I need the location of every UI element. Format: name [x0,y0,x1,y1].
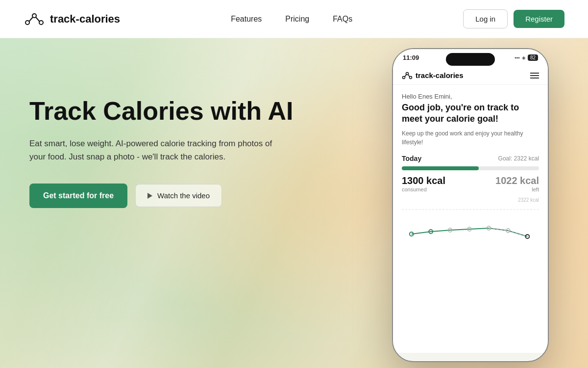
phone-mockup: 11:09 ▪▪▪ ◈ 82 [392,48,549,362]
watch-video-button[interactable]: Watch the video [135,184,222,207]
svg-point-1 [32,14,36,18]
phone-frame: 11:09 ▪▪▪ ◈ 82 [392,48,549,362]
login-button[interactable]: Log in [463,9,508,28]
hero-title: Track Calories with AI [29,97,293,125]
hero-text: Track Calories with AI Eat smart, lose w… [29,78,293,208]
greeting-sub: Keep up the good work and enjoy your hea… [402,129,539,147]
register-button[interactable]: Register [514,10,564,28]
hero-subtitle: Eat smart, lose weight. AI-powered calor… [29,137,284,163]
phone-notch [446,53,495,66]
cta-button[interactable]: Get started for free [29,184,127,208]
hamburger-line-3 [530,78,539,79]
nav-actions: Log in Register [463,9,564,28]
left-label: left [495,186,539,192]
logo-text: track-calories [50,13,120,26]
left-value: 1022 kcal [495,175,539,186]
app-chart: 2322 kcal [393,192,548,246]
greeting-main: Good job, you're on track to meet your c… [402,102,539,125]
app-logo: track-calories [402,71,464,79]
logo[interactable]: track-calories [24,12,120,26]
app-greeting: Hello Enes Emini, Good job, you're on tr… [393,85,548,147]
watch-video-label: Watch the video [157,191,210,200]
consumed-label: consumed [402,186,445,192]
nav-faqs[interactable]: FAQs [333,15,352,24]
calories-header: Today Goal: 2322 kcal [402,155,539,162]
play-icon [147,193,152,199]
status-icons: ▪▪▪ ◈ 82 [514,54,538,61]
app-name: track-calories [416,71,464,79]
phone-body: track-calories Hello Enes Emini, Good jo… [393,64,548,353]
hero-section: Track Calories with AI Eat smart, lose w… [0,38,588,368]
goal-label: Goal: 2322 kcal [498,155,539,162]
app-header: track-calories [393,64,548,85]
battery-badge: 82 [528,54,538,61]
calories-numbers: 1300 kcal consumed 1022 kcal left [402,175,539,192]
hamburger-menu[interactable] [530,73,539,79]
today-label: Today [402,155,421,162]
progress-bar [402,166,539,170]
wifi-icon: ◈ [522,55,526,60]
hamburger-line-1 [530,73,539,74]
signal-icon: ▪▪▪ [514,55,520,60]
hero-buttons: Get started for free Watch the video [29,184,293,208]
nav-links: Features Pricing FAQs [231,15,352,24]
app-logo-icon [402,72,413,79]
chart-svg [402,205,539,244]
navbar: track-calories Features Pricing FAQs Log… [0,0,588,38]
chart-goal-line: 2322 kcal [402,197,539,203]
hamburger-line-2 [530,75,539,76]
left-block: 1022 kcal left [495,175,539,192]
consumed-value: 1300 kcal [402,175,445,186]
nav-features[interactable]: Features [231,15,262,24]
app-calories: Today Goal: 2322 kcal 1300 kcal consumed… [393,147,548,192]
status-time: 11:09 [403,54,419,61]
greeting-name: Hello Enes Emini, [402,93,539,100]
nav-pricing[interactable]: Pricing [285,15,309,24]
progress-fill [402,166,479,170]
logo-icon [24,12,45,26]
consumed-block: 1300 kcal consumed [402,175,445,192]
